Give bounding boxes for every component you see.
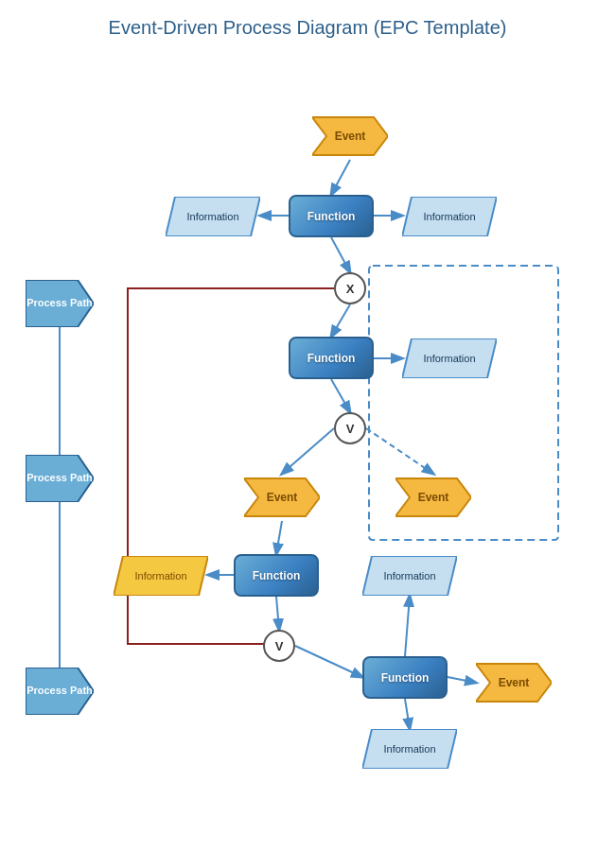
svg-line-15	[405, 699, 410, 729]
svg-line-8	[366, 428, 433, 474]
event-1[interactable]: Event	[312, 113, 388, 160]
svg-line-4	[331, 304, 350, 337]
svg-line-3	[331, 237, 350, 272]
event-4[interactable]: Event	[476, 659, 552, 706]
svg-line-14	[405, 596, 410, 656]
event-3[interactable]: Event	[395, 474, 471, 521]
info-1[interactable]: Information	[166, 197, 260, 236]
info-4-orange[interactable]: Information	[114, 556, 208, 596]
svg-line-13	[448, 677, 476, 683]
process-path-2[interactable]: Process Path	[26, 455, 94, 502]
connector-x: X	[334, 272, 366, 304]
function-2[interactable]: Function	[289, 337, 374, 379]
connector-v1: V	[334, 412, 366, 444]
process-path-1[interactable]: Process Path	[26, 280, 94, 327]
process-path-3[interactable]: Process Path	[26, 668, 94, 715]
info-5[interactable]: Information	[362, 556, 457, 596]
svg-line-6	[331, 379, 350, 412]
svg-line-11	[276, 597, 279, 630]
svg-line-0	[331, 160, 350, 195]
info-2[interactable]: Information	[402, 197, 497, 236]
page-title: Event-Driven Process Diagram (EPC Templa…	[0, 0, 615, 48]
event-2[interactable]: Event	[244, 474, 320, 521]
function-3[interactable]: Function	[234, 554, 319, 597]
svg-line-7	[282, 428, 334, 474]
svg-line-9	[276, 521, 282, 554]
svg-line-12	[295, 646, 362, 677]
function-1[interactable]: Function	[289, 195, 374, 237]
function-4[interactable]: Function	[362, 656, 448, 699]
diagram-area: Event Function Information Information X…	[0, 48, 615, 868]
info-3[interactable]: Information	[402, 339, 497, 378]
info-6[interactable]: Information	[362, 729, 457, 769]
connector-v2: V	[263, 630, 295, 662]
